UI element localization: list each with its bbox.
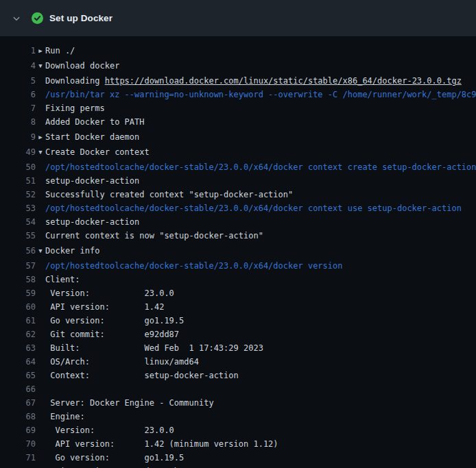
log-line: 8 Added Docker to PATH [0,115,476,129]
log-line: 66 [0,382,476,396]
log-group-line[interactable]: 49 ▼ Create Docker context [0,145,476,159]
group-toggle-icon [36,355,45,369]
line-number[interactable]: 62 [0,328,36,341]
log-line: 71 Go version: go1.19.5 [0,451,476,465]
log-line: 58 Client: [0,273,476,286]
group-toggle-icon [36,88,45,101]
log-group-line[interactable]: 4 ▼ Download docker [0,59,476,73]
log-line: 55 Current context is now "setup-docker-… [0,229,476,243]
log-lines: 1 ▶ Run ./ 4 ▼ Download docker 5 Downloa… [0,44,476,468]
log-line: 52 Successfully created context "setup-d… [0,188,476,201]
step-title: Set up Docker [49,13,112,23]
log-text: Downloading https://download.docker.com/… [45,74,462,88]
group-toggle-icon [36,369,45,382]
log-text: setup-docker-action [45,174,139,188]
group-toggle-icon [36,115,45,129]
line-number[interactable]: 72 [0,465,36,468]
log-line: 50 /opt/hostedtoolcache/docker-stable/23… [0,160,476,174]
line-number[interactable]: 59 [0,286,36,300]
log-group-line[interactable]: 56 ▼ Docker info [0,244,476,258]
group-toggle-icon: ▶ [36,44,45,58]
group-toggle-icon [36,410,45,423]
line-number[interactable]: 64 [0,355,36,369]
line-number[interactable]: 53 [0,201,36,215]
log-text: OS/Arch: linux/amd64 [45,355,199,369]
line-number[interactable]: 56 [0,244,36,258]
log-text: Engine: [45,410,85,423]
log-group-line[interactable]: 1 ▶ Run ./ [0,44,476,58]
group-toggle-icon: ▼ [36,145,45,159]
log-text: Fixing perms [45,101,105,115]
line-number[interactable]: 50 [0,160,36,174]
log-line: 51 setup-docker-action [0,174,476,188]
line-number[interactable]: 5 [0,74,36,88]
log-line: 6 /usr/bin/tar xz --warning=no-unknown-k… [0,88,476,101]
line-number[interactable]: 69 [0,423,36,437]
log-text: Git commit: e92dd87 [45,328,179,341]
line-number[interactable]: 55 [0,229,36,243]
group-toggle-icon [36,160,45,174]
line-number[interactable]: 67 [0,396,36,410]
log-line: 68 Engine: [0,410,476,423]
log-line: 53 /opt/hostedtoolcache/docker-stable/23… [0,201,476,215]
line-number[interactable]: 70 [0,437,36,451]
log-text: setup-docker-action [45,215,139,229]
group-toggle-icon: ▼ [36,59,45,73]
log-text: Server: Docker Engine - Community [45,396,214,410]
line-number[interactable]: 4 [0,59,36,73]
group-toggle-icon [36,314,45,328]
log-text: Create Docker context [45,145,150,159]
group-toggle-icon [36,328,45,341]
log-line: 61 Go version: go1.19.5 [0,314,476,328]
group-toggle-icon [36,300,45,314]
group-toggle-icon [36,188,45,201]
log-line: 54 setup-docker-action [0,215,476,229]
group-toggle-icon [36,396,45,410]
log-text: Version: 23.0.0 [45,423,174,437]
line-number[interactable]: 63 [0,341,36,355]
log-text: /opt/hostedtoolcache/docker-stable/23.0.… [45,201,462,215]
chevron-down-icon[interactable] [11,13,22,24]
line-number[interactable]: 54 [0,215,36,229]
line-number[interactable]: 9 [0,130,36,144]
log-text: Client: [45,273,80,286]
line-number[interactable]: 71 [0,451,36,465]
log-text: Run ./ [45,44,75,58]
group-toggle-icon [36,465,45,468]
step-header[interactable]: Set up Docker [0,0,476,36]
line-number[interactable]: 49 [0,145,36,159]
log-line: 63 Built: Wed Feb 1 17:43:29 2023 [0,341,476,355]
log-line: 67 Server: Docker Engine - Community [0,396,476,410]
line-number[interactable]: 51 [0,174,36,188]
line-number[interactable]: 8 [0,115,36,129]
line-number[interactable]: 1 [0,44,36,58]
log-url-link[interactable]: https://download.docker.com/linux/static… [105,76,462,86]
line-number[interactable]: 61 [0,314,36,328]
line-number[interactable]: 68 [0,410,36,423]
group-toggle-icon [36,451,45,465]
group-toggle-icon [36,101,45,115]
line-number[interactable]: 6 [0,88,36,101]
log-group-line[interactable]: 9 ▶ Start Docker daemon [0,130,476,144]
log-text: API version: 1.42 (minimum version 1.12) [45,437,278,451]
line-number[interactable]: 66 [0,382,36,396]
log-text: Start Docker daemon [45,130,139,144]
log-text: /usr/bin/tar xz --warning=no-unknown-key… [45,88,476,101]
line-number[interactable]: 52 [0,188,36,201]
group-toggle-icon [36,341,45,355]
line-number[interactable]: 7 [0,101,36,115]
log-line: 57 /opt/hostedtoolcache/docker-stable/23… [0,259,476,273]
log-line: 72 Git commit: d7573ab [0,465,476,468]
log-text: Docker info [45,244,99,258]
line-number[interactable]: 60 [0,300,36,314]
line-number[interactable]: 58 [0,273,36,286]
group-toggle-icon [36,174,45,188]
line-number[interactable]: 65 [0,369,36,382]
log-text: Current context is now "setup-docker-act… [45,229,263,243]
group-toggle-icon [36,215,45,229]
log-line: 7 Fixing perms [0,101,476,115]
line-number[interactable]: 57 [0,259,36,273]
log-line: 69 Version: 23.0.0 [0,423,476,437]
group-toggle-icon [36,201,45,215]
log-line: 64 OS/Arch: linux/amd64 [0,355,476,369]
